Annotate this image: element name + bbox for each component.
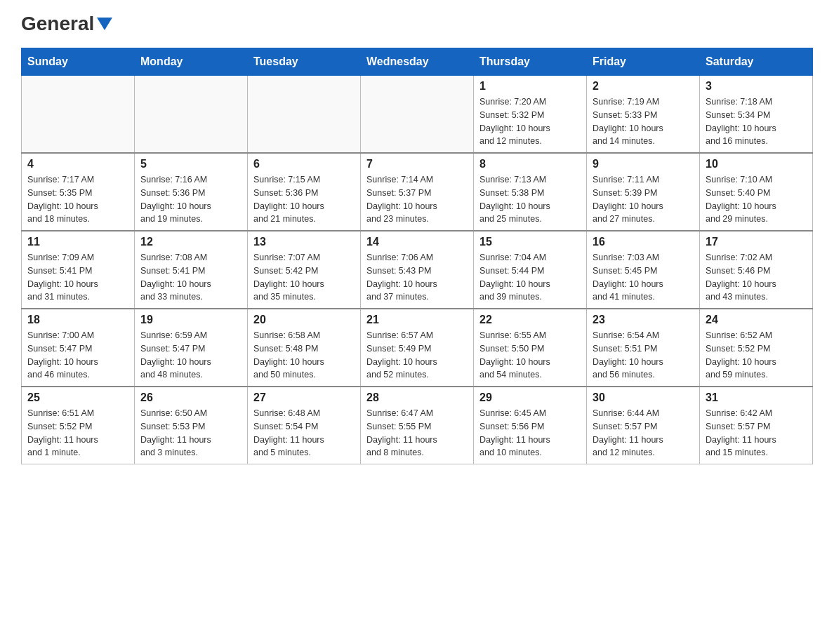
day-number: 27 bbox=[253, 391, 355, 404]
day-number: 9 bbox=[593, 158, 694, 170]
day-info: Sunrise: 7:09 AMSunset: 5:41 PMDaylight:… bbox=[27, 251, 128, 304]
day-number: 22 bbox=[479, 314, 581, 326]
calendar-cell: 17Sunrise: 7:02 AMSunset: 5:46 PMDayligh… bbox=[700, 231, 813, 309]
calendar-cell: 27Sunrise: 6:48 AMSunset: 5:54 PMDayligh… bbox=[248, 387, 361, 464]
day-info: Sunrise: 7:16 AMSunset: 5:36 PMDaylight:… bbox=[140, 173, 241, 226]
week-row-1: 1Sunrise: 7:20 AMSunset: 5:32 PMDaylight… bbox=[22, 76, 813, 154]
logo-text-general: General bbox=[21, 14, 94, 34]
calendar-cell: 12Sunrise: 7:08 AMSunset: 5:41 PMDayligh… bbox=[135, 231, 248, 309]
day-number: 15 bbox=[479, 236, 581, 248]
day-info: Sunrise: 7:19 AMSunset: 5:33 PMDaylight:… bbox=[593, 95, 694, 148]
week-row-2: 4Sunrise: 7:17 AMSunset: 5:35 PMDaylight… bbox=[22, 153, 813, 231]
calendar-cell: 18Sunrise: 7:00 AMSunset: 5:47 PMDayligh… bbox=[22, 309, 135, 387]
calendar-cell: 10Sunrise: 7:10 AMSunset: 5:40 PMDayligh… bbox=[700, 153, 813, 231]
day-number: 12 bbox=[140, 236, 241, 248]
day-number: 11 bbox=[27, 236, 128, 248]
day-info: Sunrise: 6:55 AMSunset: 5:50 PMDaylight:… bbox=[479, 329, 581, 382]
day-info: Sunrise: 6:59 AMSunset: 5:47 PMDaylight:… bbox=[140, 329, 241, 382]
day-info: Sunrise: 6:57 AMSunset: 5:49 PMDaylight:… bbox=[366, 329, 468, 382]
logo: General bbox=[21, 14, 112, 34]
header-saturday: Saturday bbox=[700, 48, 813, 76]
day-number: 4 bbox=[27, 158, 128, 170]
calendar-cell: 31Sunrise: 6:42 AMSunset: 5:57 PMDayligh… bbox=[700, 387, 813, 464]
day-number: 5 bbox=[140, 158, 241, 170]
day-info: Sunrise: 7:03 AMSunset: 5:45 PMDaylight:… bbox=[593, 251, 694, 304]
day-info: Sunrise: 6:54 AMSunset: 5:51 PMDaylight:… bbox=[593, 329, 694, 382]
day-number: 6 bbox=[253, 158, 355, 170]
day-number: 23 bbox=[593, 314, 694, 326]
day-number: 10 bbox=[706, 158, 807, 170]
day-info: Sunrise: 6:47 AMSunset: 5:55 PMDaylight:… bbox=[366, 407, 468, 459]
week-row-4: 18Sunrise: 7:00 AMSunset: 5:47 PMDayligh… bbox=[22, 309, 813, 387]
day-number: 16 bbox=[593, 236, 694, 248]
day-number: 8 bbox=[479, 158, 581, 170]
day-number: 17 bbox=[706, 236, 807, 248]
calendar-cell bbox=[248, 76, 361, 154]
day-info: Sunrise: 7:10 AMSunset: 5:40 PMDaylight:… bbox=[706, 173, 807, 226]
day-number: 19 bbox=[140, 314, 241, 326]
calendar-cell: 25Sunrise: 6:51 AMSunset: 5:52 PMDayligh… bbox=[22, 387, 135, 464]
day-number: 28 bbox=[366, 391, 468, 404]
day-info: Sunrise: 7:11 AMSunset: 5:39 PMDaylight:… bbox=[593, 173, 694, 226]
header-sunday: Sunday bbox=[22, 48, 135, 76]
calendar-cell: 24Sunrise: 6:52 AMSunset: 5:52 PMDayligh… bbox=[700, 309, 813, 387]
day-info: Sunrise: 6:48 AMSunset: 5:54 PMDaylight:… bbox=[253, 407, 355, 459]
calendar-cell: 21Sunrise: 6:57 AMSunset: 5:49 PMDayligh… bbox=[361, 309, 474, 387]
calendar-cell: 15Sunrise: 7:04 AMSunset: 5:44 PMDayligh… bbox=[474, 231, 587, 309]
day-info: Sunrise: 7:13 AMSunset: 5:38 PMDaylight:… bbox=[479, 173, 581, 226]
day-number: 2 bbox=[593, 80, 694, 93]
calendar-cell bbox=[22, 76, 135, 154]
day-number: 24 bbox=[706, 314, 807, 326]
day-info: Sunrise: 7:18 AMSunset: 5:34 PMDaylight:… bbox=[706, 95, 807, 148]
week-row-3: 11Sunrise: 7:09 AMSunset: 5:41 PMDayligh… bbox=[22, 231, 813, 309]
day-number: 1 bbox=[479, 80, 581, 93]
calendar-cell: 30Sunrise: 6:44 AMSunset: 5:57 PMDayligh… bbox=[587, 387, 700, 464]
calendar-cell: 20Sunrise: 6:58 AMSunset: 5:48 PMDayligh… bbox=[248, 309, 361, 387]
calendar-cell: 8Sunrise: 7:13 AMSunset: 5:38 PMDaylight… bbox=[474, 153, 587, 231]
day-info: Sunrise: 6:58 AMSunset: 5:48 PMDaylight:… bbox=[253, 329, 355, 382]
calendar-cell bbox=[135, 76, 248, 154]
day-info: Sunrise: 6:51 AMSunset: 5:52 PMDaylight:… bbox=[27, 407, 128, 459]
day-number: 14 bbox=[366, 236, 468, 248]
calendar-cell: 22Sunrise: 6:55 AMSunset: 5:50 PMDayligh… bbox=[474, 309, 587, 387]
day-info: Sunrise: 7:00 AMSunset: 5:47 PMDaylight:… bbox=[27, 329, 128, 382]
calendar-cell: 26Sunrise: 6:50 AMSunset: 5:53 PMDayligh… bbox=[135, 387, 248, 464]
calendar-cell: 9Sunrise: 7:11 AMSunset: 5:39 PMDaylight… bbox=[587, 153, 700, 231]
day-number: 13 bbox=[253, 236, 355, 248]
header-tuesday: Tuesday bbox=[248, 48, 361, 76]
day-info: Sunrise: 7:15 AMSunset: 5:36 PMDaylight:… bbox=[253, 173, 355, 226]
calendar-cell: 13Sunrise: 7:07 AMSunset: 5:42 PMDayligh… bbox=[248, 231, 361, 309]
calendar-cell: 4Sunrise: 7:17 AMSunset: 5:35 PMDaylight… bbox=[22, 153, 135, 231]
svg-marker-0 bbox=[97, 18, 112, 30]
day-info: Sunrise: 7:17 AMSunset: 5:35 PMDaylight:… bbox=[27, 173, 128, 226]
calendar-cell bbox=[361, 76, 474, 154]
day-number: 3 bbox=[706, 80, 807, 93]
header-thursday: Thursday bbox=[474, 48, 587, 76]
day-info: Sunrise: 6:42 AMSunset: 5:57 PMDaylight:… bbox=[706, 407, 807, 459]
day-info: Sunrise: 7:04 AMSunset: 5:44 PMDaylight:… bbox=[479, 251, 581, 304]
calendar-cell: 1Sunrise: 7:20 AMSunset: 5:32 PMDaylight… bbox=[474, 76, 587, 154]
calendar-cell: 14Sunrise: 7:06 AMSunset: 5:43 PMDayligh… bbox=[361, 231, 474, 309]
calendar-cell: 16Sunrise: 7:03 AMSunset: 5:45 PMDayligh… bbox=[587, 231, 700, 309]
day-number: 25 bbox=[27, 391, 128, 404]
header-monday: Monday bbox=[135, 48, 248, 76]
day-number: 21 bbox=[366, 314, 468, 326]
day-info: Sunrise: 7:06 AMSunset: 5:43 PMDaylight:… bbox=[366, 251, 468, 304]
page-header: General bbox=[21, 14, 813, 34]
day-number: 26 bbox=[140, 391, 241, 404]
day-number: 29 bbox=[479, 391, 581, 404]
calendar-cell: 2Sunrise: 7:19 AMSunset: 5:33 PMDaylight… bbox=[587, 76, 700, 154]
day-number: 20 bbox=[253, 314, 355, 326]
calendar-cell: 3Sunrise: 7:18 AMSunset: 5:34 PMDaylight… bbox=[700, 76, 813, 154]
day-info: Sunrise: 7:02 AMSunset: 5:46 PMDaylight:… bbox=[706, 251, 807, 304]
day-info: Sunrise: 7:08 AMSunset: 5:41 PMDaylight:… bbox=[140, 251, 241, 304]
week-row-5: 25Sunrise: 6:51 AMSunset: 5:52 PMDayligh… bbox=[22, 387, 813, 464]
calendar-cell: 28Sunrise: 6:47 AMSunset: 5:55 PMDayligh… bbox=[361, 387, 474, 464]
day-number: 31 bbox=[706, 391, 807, 404]
calendar-table: SundayMondayTuesdayWednesdayThursdayFrid… bbox=[21, 48, 813, 464]
day-number: 18 bbox=[27, 314, 128, 326]
calendar-cell: 29Sunrise: 6:45 AMSunset: 5:56 PMDayligh… bbox=[474, 387, 587, 464]
day-info: Sunrise: 7:20 AMSunset: 5:32 PMDaylight:… bbox=[479, 95, 581, 148]
day-number: 30 bbox=[593, 391, 694, 404]
day-info: Sunrise: 7:07 AMSunset: 5:42 PMDaylight:… bbox=[253, 251, 355, 304]
